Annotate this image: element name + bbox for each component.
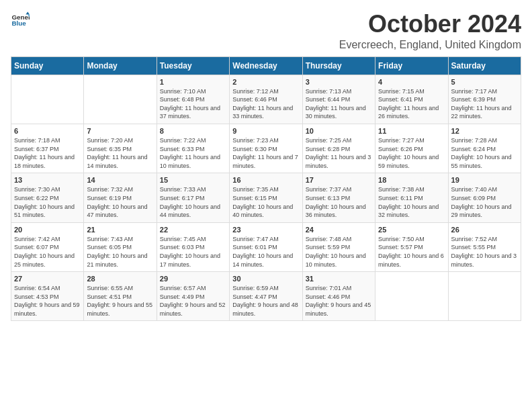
cell-info: Sunrise: 7:25 AMSunset: 6:28 PMDaylight:… <box>306 136 372 170</box>
day-number: 8 <box>160 127 226 135</box>
calendar-cell <box>448 272 521 321</box>
calendar-body: 1Sunrise: 7:10 AMSunset: 6:48 PMDaylight… <box>11 75 521 321</box>
day-number: 14 <box>87 176 153 184</box>
day-number: 5 <box>451 78 518 86</box>
day-number: 30 <box>232 275 299 283</box>
day-number: 22 <box>160 226 226 234</box>
day-number: 1 <box>160 78 226 86</box>
calendar-cell: 28Sunrise: 6:55 AMSunset: 4:51 PMDayligh… <box>84 272 157 321</box>
calendar-cell <box>84 75 157 124</box>
cell-info: Sunrise: 7:15 AMSunset: 6:41 PMDaylight:… <box>378 87 445 121</box>
title-block: October 2024 Evercreech, England, United… <box>339 11 521 51</box>
calendar-cell: 6Sunrise: 7:18 AMSunset: 6:37 PMDaylight… <box>11 124 84 173</box>
calendar-cell: 18Sunrise: 7:38 AMSunset: 6:11 PMDayligh… <box>375 173 448 222</box>
calendar-cell: 12Sunrise: 7:28 AMSunset: 6:24 PMDayligh… <box>448 124 521 173</box>
cell-info: Sunrise: 7:42 AMSunset: 6:07 PMDaylight:… <box>14 235 81 269</box>
cell-info: Sunrise: 7:17 AMSunset: 6:39 PMDaylight:… <box>451 87 518 121</box>
cell-info: Sunrise: 6:59 AMSunset: 4:47 PMDaylight:… <box>232 284 299 318</box>
day-number: 16 <box>232 176 299 184</box>
svg-text:Blue: Blue <box>11 19 26 27</box>
calendar-week-5: 27Sunrise: 6:54 AMSunset: 4:53 PMDayligh… <box>11 272 521 321</box>
day-number: 7 <box>87 127 153 135</box>
day-number: 20 <box>14 226 81 234</box>
calendar-cell: 23Sunrise: 7:47 AMSunset: 6:01 PMDayligh… <box>230 222 302 271</box>
calendar-cell: 30Sunrise: 6:59 AMSunset: 4:47 PMDayligh… <box>230 272 302 321</box>
cell-info: Sunrise: 7:40 AMSunset: 6:09 PMDaylight:… <box>451 185 518 219</box>
calendar-cell: 7Sunrise: 7:20 AMSunset: 6:35 PMDaylight… <box>84 124 157 173</box>
day-number: 31 <box>306 275 372 283</box>
day-number: 17 <box>306 176 372 184</box>
calendar-week-2: 6Sunrise: 7:18 AMSunset: 6:37 PMDaylight… <box>11 124 521 173</box>
calendar-cell: 9Sunrise: 7:23 AMSunset: 6:30 PMDaylight… <box>230 124 302 173</box>
cell-info: Sunrise: 7:12 AMSunset: 6:46 PMDaylight:… <box>232 87 299 121</box>
cell-info: Sunrise: 7:27 AMSunset: 6:26 PMDaylight:… <box>378 136 445 170</box>
calendar-cell: 14Sunrise: 7:32 AMSunset: 6:19 PMDayligh… <box>84 173 157 222</box>
calendar-cell: 10Sunrise: 7:25 AMSunset: 6:28 PMDayligh… <box>302 124 375 173</box>
cell-info: Sunrise: 7:35 AMSunset: 6:15 PMDaylight:… <box>232 185 299 219</box>
cell-info: Sunrise: 7:13 AMSunset: 6:44 PMDaylight:… <box>306 87 372 121</box>
cell-info: Sunrise: 7:10 AMSunset: 6:48 PMDaylight:… <box>160 87 226 121</box>
day-number: 25 <box>378 226 445 234</box>
calendar-week-3: 13Sunrise: 7:30 AMSunset: 6:22 PMDayligh… <box>11 173 521 222</box>
cell-info: Sunrise: 7:43 AMSunset: 6:05 PMDaylight:… <box>87 235 153 269</box>
day-number: 11 <box>378 127 445 135</box>
logo-icon: General Blue <box>11 11 30 30</box>
cell-info: Sunrise: 7:45 AMSunset: 6:03 PMDaylight:… <box>160 235 226 269</box>
calendar-week-1: 1Sunrise: 7:10 AMSunset: 6:48 PMDaylight… <box>11 75 521 124</box>
calendar-table: SundayMondayTuesdayWednesdayThursdayFrid… <box>11 56 521 322</box>
cell-info: Sunrise: 7:18 AMSunset: 6:37 PMDaylight:… <box>14 136 81 170</box>
calendar-cell: 13Sunrise: 7:30 AMSunset: 6:22 PMDayligh… <box>11 173 84 222</box>
calendar-cell: 11Sunrise: 7:27 AMSunset: 6:26 PMDayligh… <box>375 124 448 173</box>
cell-info: Sunrise: 7:50 AMSunset: 5:57 PMDaylight:… <box>378 235 445 269</box>
cell-info: Sunrise: 7:48 AMSunset: 5:59 PMDaylight:… <box>306 235 372 269</box>
cell-info: Sunrise: 6:57 AMSunset: 4:49 PMDaylight:… <box>160 284 226 318</box>
calendar-cell: 20Sunrise: 7:42 AMSunset: 6:07 PMDayligh… <box>11 222 84 271</box>
calendar-cell: 2Sunrise: 7:12 AMSunset: 6:46 PMDaylight… <box>230 75 302 124</box>
calendar-cell: 15Sunrise: 7:33 AMSunset: 6:17 PMDayligh… <box>157 173 229 222</box>
location: Evercreech, England, United Kingdom <box>339 39 521 51</box>
calendar-cell: 4Sunrise: 7:15 AMSunset: 6:41 PMDaylight… <box>375 75 448 124</box>
day-number: 28 <box>87 275 153 283</box>
day-number: 24 <box>306 226 372 234</box>
day-number: 15 <box>160 176 226 184</box>
calendar-cell <box>375 272 448 321</box>
calendar-cell <box>11 75 84 124</box>
day-number: 13 <box>14 176 81 184</box>
calendar-cell: 16Sunrise: 7:35 AMSunset: 6:15 PMDayligh… <box>230 173 302 222</box>
cell-info: Sunrise: 7:30 AMSunset: 6:22 PMDaylight:… <box>14 185 81 219</box>
cell-info: Sunrise: 6:55 AMSunset: 4:51 PMDaylight:… <box>87 284 153 318</box>
day-number: 27 <box>14 275 81 283</box>
cell-info: Sunrise: 7:20 AMSunset: 6:35 PMDaylight:… <box>87 136 153 170</box>
cell-info: Sunrise: 7:52 AMSunset: 5:55 PMDaylight:… <box>451 235 518 269</box>
cell-info: Sunrise: 7:23 AMSunset: 6:30 PMDaylight:… <box>232 136 299 170</box>
day-number: 10 <box>306 127 372 135</box>
day-number: 12 <box>451 127 518 135</box>
cell-info: Sunrise: 6:54 AMSunset: 4:53 PMDaylight:… <box>14 284 81 318</box>
calendar-cell: 27Sunrise: 6:54 AMSunset: 4:53 PMDayligh… <box>11 272 84 321</box>
day-number: 2 <box>232 78 299 86</box>
calendar-cell: 25Sunrise: 7:50 AMSunset: 5:57 PMDayligh… <box>375 222 448 271</box>
calendar-cell: 1Sunrise: 7:10 AMSunset: 6:48 PMDaylight… <box>157 75 229 124</box>
day-number: 3 <box>306 78 372 86</box>
day-header-thursday: Thursday <box>302 56 375 75</box>
day-number: 4 <box>378 78 445 86</box>
page-header: General Blue October 2024 Evercreech, En… <box>11 11 521 51</box>
day-number: 9 <box>232 127 299 135</box>
day-header-sunday: Sunday <box>11 56 84 75</box>
calendar-cell: 8Sunrise: 7:22 AMSunset: 6:33 PMDaylight… <box>157 124 229 173</box>
day-number: 26 <box>451 226 518 234</box>
day-number: 19 <box>451 176 518 184</box>
day-header-monday: Monday <box>84 56 157 75</box>
cell-info: Sunrise: 7:22 AMSunset: 6:33 PMDaylight:… <box>160 136 226 170</box>
cell-info: Sunrise: 7:01 AMSunset: 4:46 PMDaylight:… <box>306 284 372 318</box>
cell-info: Sunrise: 7:37 AMSunset: 6:13 PMDaylight:… <box>306 185 372 219</box>
day-header-wednesday: Wednesday <box>230 56 302 75</box>
calendar-cell: 26Sunrise: 7:52 AMSunset: 5:55 PMDayligh… <box>448 222 521 271</box>
calendar-cell: 29Sunrise: 6:57 AMSunset: 4:49 PMDayligh… <box>157 272 229 321</box>
calendar-cell: 5Sunrise: 7:17 AMSunset: 6:39 PMDaylight… <box>448 75 521 124</box>
calendar-cell: 24Sunrise: 7:48 AMSunset: 5:59 PMDayligh… <box>302 222 375 271</box>
logo: General Blue <box>11 11 30 30</box>
calendar-cell: 31Sunrise: 7:01 AMSunset: 4:46 PMDayligh… <box>302 272 375 321</box>
day-header-tuesday: Tuesday <box>157 56 229 75</box>
day-number: 29 <box>160 275 226 283</box>
